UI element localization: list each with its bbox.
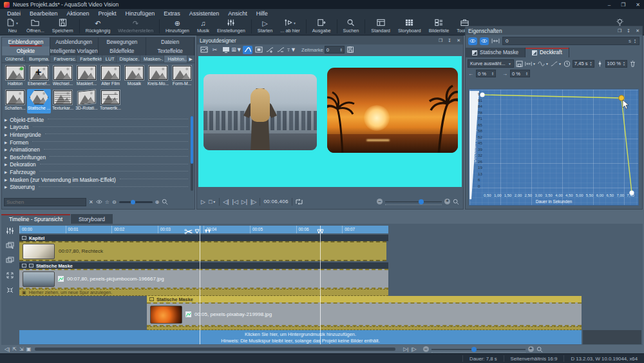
menu-item[interactable]: Aktionen bbox=[62, 10, 94, 17]
toolbar-button[interactable]: ⊕ Hinzufügen bbox=[162, 17, 193, 35]
add-keypoint-icon[interactable] bbox=[265, 46, 274, 54]
effect-category[interactable]: Farbeffekte bbox=[77, 55, 102, 63]
tab-blend-group[interactable]: Ausblendungen bbox=[50, 37, 99, 46]
collapse-all-icon[interactable]: ⇲ bbox=[19, 346, 24, 352]
effect-group-row[interactable]: ▶ Animationen bbox=[5, 146, 189, 153]
timeline-tab[interactable]: Storyboard bbox=[71, 214, 113, 224]
prev-clip-icon[interactable]: ▷| bbox=[403, 346, 408, 352]
tab-blend-group[interactable]: Bewegungen bbox=[99, 37, 147, 46]
effect-category[interactable]: Masken-... bbox=[140, 55, 164, 63]
tab-object-group[interactable]: Objekte bbox=[2, 46, 50, 55]
toolbar-button[interactable]: ↷ Wiederherstellen bbox=[114, 17, 157, 35]
tab-object-group[interactable]: Bildeffekte bbox=[99, 46, 147, 55]
timeline-tab[interactable]: Timeline - Spuransicht bbox=[1, 214, 70, 224]
effect-group-row[interactable]: ▶ Steuerung bbox=[5, 183, 189, 191]
playhead-line[interactable] bbox=[200, 226, 200, 344]
toolbar-button[interactable]: ♫ Musik bbox=[193, 17, 213, 35]
tab-blend-group[interactable]: Dateien bbox=[146, 37, 194, 46]
tangent-left-spinner[interactable]: 0 %▲▼ bbox=[476, 70, 496, 77]
vertical-scrollbar[interactable] bbox=[191, 116, 193, 191]
property-tab[interactable]: Deckkraft bbox=[526, 48, 569, 57]
mask-clip-2[interactable]: 00:05, pexels-pixabay-219998.jpg bbox=[147, 302, 582, 326]
preview-zoom-slider[interactable] bbox=[385, 201, 442, 202]
new-track-drop-zone[interactable]: ▣ Hierher ziehen, um neue Spur anzulegen… bbox=[19, 289, 388, 296]
tangent-right-spinner[interactable]: 0 %▲▼ bbox=[510, 70, 530, 77]
crop-icon[interactable]: ✂ bbox=[210, 46, 220, 54]
go-end-icon[interactable]: ▷| bbox=[242, 199, 247, 205]
float-panel-icon[interactable]: ❐ bbox=[439, 38, 442, 43]
toolbar-button[interactable]: ▼ ... ab hier bbox=[276, 17, 303, 35]
horizontal-scrollbar[interactable] bbox=[35, 348, 395, 351]
next-clip-icon[interactable]: |▷ bbox=[411, 346, 416, 352]
go-start-icon[interactable]: ◁| bbox=[5, 346, 10, 352]
menu-item[interactable]: Bearbeiten bbox=[25, 10, 62, 17]
safe-area-icon[interactable] bbox=[221, 46, 231, 54]
effect-thumbnail[interactable]: Ebenenef... bbox=[27, 64, 51, 89]
chapter-clip[interactable]: 00:07,80, Rechteck bbox=[19, 241, 386, 261]
magnifier-icon[interactable] bbox=[162, 199, 168, 205]
toolbar-button[interactable]: ▼ Neu bbox=[3, 17, 23, 35]
effect-category[interactable]: LUT bbox=[102, 55, 117, 63]
timeline-zoom-out-icon[interactable]: – bbox=[423, 346, 429, 352]
fit-view-icon[interactable]: ▣ bbox=[26, 346, 32, 352]
effect-thumbnail[interactable]: Tonwertk... bbox=[99, 89, 122, 113]
keyframe-range-icon[interactable] bbox=[491, 38, 500, 44]
curve-select-dropdown[interactable]: Kurve auswähl...▼ bbox=[468, 59, 514, 68]
pin-panel-icon[interactable]: ↧ bbox=[448, 38, 451, 43]
thumbnail-size-slider[interactable] bbox=[119, 201, 153, 203]
menu-item[interactable]: Assistenten bbox=[185, 10, 224, 17]
preview-eye-icon[interactable] bbox=[96, 199, 102, 205]
toolbar-button[interactable] bbox=[306, 19, 307, 34]
sunset-image[interactable] bbox=[327, 68, 458, 153]
zeitmarke-spinner[interactable]: 0▲▼ bbox=[325, 46, 345, 54]
menu-item[interactable]: Hinzufügen bbox=[121, 10, 160, 17]
mask-track-2-header[interactable]: – Statische Maske bbox=[147, 296, 582, 302]
search-input[interactable] bbox=[4, 198, 86, 206]
menu-item[interactable]: Extras bbox=[159, 10, 185, 17]
toolbar-button[interactable] bbox=[79, 19, 80, 34]
category-scroll-right-icon[interactable]: ▶ bbox=[187, 55, 194, 63]
effect-thumbnail[interactable]: Schatten... bbox=[3, 89, 27, 113]
show-track-eye-icon[interactable] bbox=[480, 37, 489, 45]
minimize-icon[interactable]: – bbox=[608, 2, 611, 8]
loop-icon[interactable] bbox=[296, 199, 303, 205]
fit-tracks-icon[interactable] bbox=[6, 285, 14, 297]
collapse-icon[interactable]: – bbox=[149, 297, 154, 301]
alignment-tool-icon[interactable]: ▼ bbox=[287, 46, 296, 54]
effect-group-row[interactable]: ▶ Hintergründe bbox=[5, 131, 189, 139]
toolbar-button[interactable]: Öffnen... bbox=[23, 17, 48, 35]
tab-object-group[interactable]: Intelligente Vorlagen bbox=[50, 46, 99, 55]
effect-group-row[interactable]: ▶ Formen bbox=[5, 139, 189, 146]
value-slider-icon[interactable] bbox=[596, 61, 603, 67]
toolbar-button[interactable]: Standard bbox=[367, 17, 394, 35]
stop-button[interactable]: □▼ bbox=[209, 199, 216, 205]
merge-track-icon[interactable] bbox=[6, 255, 14, 267]
save-view-icon[interactable] bbox=[346, 46, 355, 54]
toolbar-button[interactable]: ↶ Rückgängig bbox=[82, 17, 115, 35]
expand-tracks-icon[interactable] bbox=[6, 270, 14, 282]
zoom-out-icon[interactable]: – bbox=[377, 199, 383, 204]
effect-group-row[interactable]: ▶ Beschriftungen bbox=[5, 153, 189, 161]
toolbar-button[interactable] bbox=[159, 19, 160, 34]
level-spinner[interactable]: 100 %▲▼ bbox=[605, 60, 628, 68]
clear-search-icon[interactable]: ✕ bbox=[89, 199, 93, 205]
close-panel-icon[interactable]: ✕ bbox=[457, 38, 460, 43]
tab-object-group[interactable]: Texteffekte bbox=[146, 46, 194, 55]
double-marker-icon[interactable] bbox=[204, 226, 211, 237]
effect-group-row[interactable]: ▶ Dekoration bbox=[5, 161, 189, 169]
time-offset-field[interactable]: 0 s ▲▼ bbox=[502, 37, 639, 45]
wave-curve-icon[interactable]: ▼ bbox=[538, 61, 549, 67]
background-music-track[interactable]: Klicken Sie hier, um Hintergrundmusik hi… bbox=[19, 330, 582, 344]
mask-clip-1[interactable]: 00:07,80, pexels-picjumbocom-196667.jpg bbox=[19, 269, 388, 289]
mask-track-header[interactable]: – ▫ Statische Maske bbox=[19, 262, 388, 269]
magnifier-icon[interactable] bbox=[536, 346, 543, 353]
curve-point-start[interactable] bbox=[480, 92, 484, 97]
play-button[interactable]: ▷ bbox=[201, 199, 205, 205]
curve-shape-icon[interactable]: ▼ bbox=[551, 61, 562, 67]
toolbar-button[interactable] bbox=[337, 19, 337, 34]
toolbar-button[interactable]: Storyboard bbox=[394, 17, 425, 35]
go-start-icon[interactable]: |◁ bbox=[232, 199, 238, 205]
show-object-eye-icon[interactable] bbox=[468, 37, 477, 45]
close-icon[interactable]: ✕ bbox=[636, 2, 640, 8]
effect-thumbnail[interactable]: Wechsel... bbox=[51, 64, 75, 89]
